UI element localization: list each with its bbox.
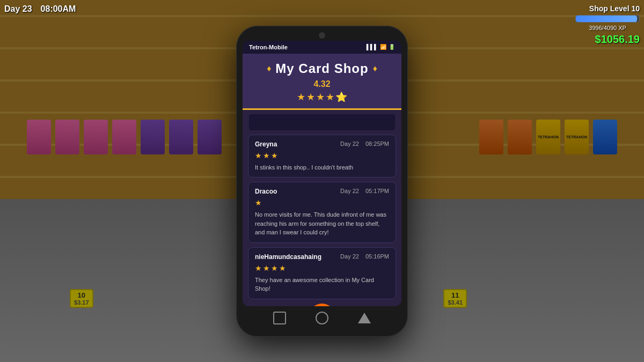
review-1-time: 08:25PM bbox=[365, 141, 389, 147]
review-2-day: Day 22 bbox=[340, 188, 359, 194]
phone-wrapper: Tetron-Mobile ▌▌▌ 📶 🔋 ♦ My Card Shop ♦ 4… bbox=[236, 26, 408, 337]
phone: Tetron-Mobile ▌▌▌ 📶 🔋 ♦ My Card Shop ♦ 4… bbox=[236, 26, 408, 337]
status-bar: Tetron-Mobile ▌▌▌ 📶 🔋 bbox=[243, 41, 401, 54]
diamond-right-icon: ♦ bbox=[373, 64, 377, 73]
shop-level: Shop Level 10 bbox=[589, 4, 640, 13]
review-3-header: nieHamundcasahaing Day 22 05:16PM bbox=[255, 253, 389, 261]
review-3-stars: ★ ★ ★ ★ bbox=[255, 264, 389, 272]
hud-time: 08:00AM bbox=[41, 4, 76, 14]
star-3: ★ bbox=[316, 91, 325, 103]
review-3-time: 05:16PM bbox=[365, 253, 389, 260]
star-1: ★ bbox=[297, 91, 305, 103]
reviews-list: Greyna Day 22 08:25PM ★ ★ ★ It stinks in… bbox=[243, 135, 401, 299]
review-card-2: Dracoo Day 22 05:17PM ★ No more visits f… bbox=[248, 182, 396, 243]
filter-bar[interactable] bbox=[249, 114, 395, 130]
phone-bottom-nav bbox=[243, 306, 401, 330]
review-3-meta: Day 22 05:16PM bbox=[340, 253, 389, 260]
hud-topright: Shop Level 10 3996/4090 XP $1056.19 bbox=[575, 4, 640, 46]
xp-bar-fill bbox=[576, 16, 637, 22]
money-display: $1056.19 bbox=[595, 33, 640, 46]
review-1-day: Day 22 bbox=[340, 141, 359, 147]
review-1-stars: ★ ★ ★ bbox=[255, 151, 389, 160]
wifi-icon: 📶 bbox=[380, 44, 386, 50]
review-1-meta: Day 22 08:25PM bbox=[340, 141, 389, 147]
nav-back-button[interactable] bbox=[273, 312, 286, 324]
app-title: My Card Shop bbox=[275, 61, 368, 76]
hud-topleft: Day 23 08:00AM bbox=[4, 4, 76, 14]
app-content[interactable]: ♦ My Card Shop ♦ 4.32 ★ ★ ★ ★ ⭐ bbox=[243, 54, 401, 306]
review-2-header: Dracoo Day 22 05:17PM bbox=[255, 188, 389, 195]
phone-screen: Tetron-Mobile ▌▌▌ 📶 🔋 ♦ My Card Shop ♦ 4… bbox=[243, 41, 401, 306]
reviewer-3-name: nieHamundcasahaing bbox=[255, 253, 321, 261]
nav-recent-button[interactable] bbox=[358, 313, 371, 323]
diamond-left-icon: ♦ bbox=[267, 64, 271, 73]
battery-icon: 🔋 bbox=[389, 44, 395, 50]
app-title-row: ♦ My Card Shop ♦ bbox=[251, 61, 393, 76]
stars-row: ★ ★ ★ ★ ⭐ bbox=[251, 91, 393, 103]
review-2-text: No more visits for me. This dude infront… bbox=[255, 210, 389, 237]
review-2-stars: ★ bbox=[255, 198, 389, 207]
signal-icon: ▌▌▌ bbox=[367, 44, 378, 50]
review-1-text: It stinks in this shop.. I couldn't brea… bbox=[255, 163, 389, 172]
review-card-1: Greyna Day 22 08:25PM ★ ★ ★ It stinks in… bbox=[248, 135, 396, 178]
xp-text: 3996/4090 XP bbox=[575, 25, 640, 31]
review-3-text: They have an awesome collection in My Ca… bbox=[255, 276, 389, 293]
phone-notch bbox=[319, 32, 325, 39]
rating-value: 4.32 bbox=[251, 79, 393, 89]
xp-bar bbox=[575, 15, 640, 23]
nav-home-button[interactable] bbox=[316, 312, 328, 324]
status-icons: ▌▌▌ 📶 🔋 bbox=[367, 44, 395, 50]
star-4: ★ bbox=[326, 91, 334, 103]
close-btn-row: ✕ bbox=[243, 299, 401, 306]
hud-day: Day 23 bbox=[4, 4, 32, 14]
reviewer-2-name: Dracoo bbox=[255, 188, 277, 195]
review-2-time: 05:17PM bbox=[365, 188, 389, 194]
star-5: ⭐ bbox=[335, 91, 347, 103]
carrier-name: Tetron-Mobile bbox=[249, 44, 288, 50]
star-2: ★ bbox=[306, 91, 315, 103]
review-2-meta: Day 22 05:17PM bbox=[340, 188, 389, 194]
reviewer-1-name: Greyna bbox=[255, 141, 277, 148]
review-1-header: Greyna Day 22 08:25PM bbox=[255, 141, 389, 148]
review-card-3: nieHamundcasahaing Day 22 05:16PM ★ ★ ★ … bbox=[248, 247, 396, 299]
review-3-day: Day 22 bbox=[340, 253, 359, 260]
app-header: ♦ My Card Shop ♦ 4.32 ★ ★ ★ ★ ⭐ bbox=[243, 54, 401, 110]
